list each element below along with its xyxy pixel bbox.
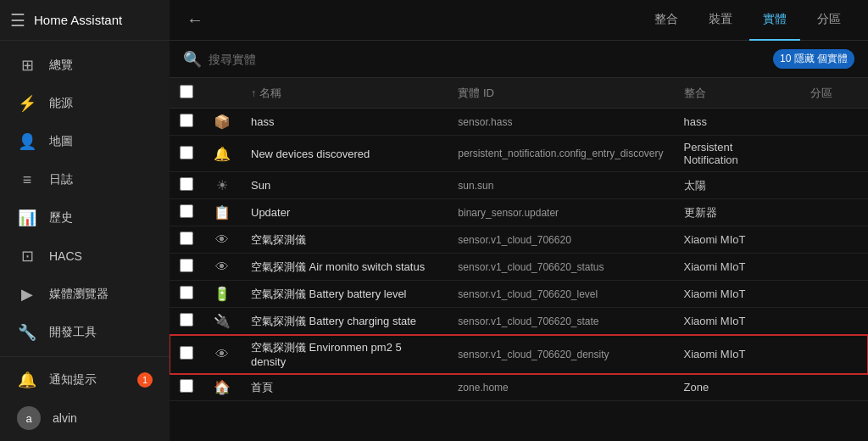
row-area (800, 308, 868, 335)
row-area (800, 374, 868, 401)
search-input[interactable] (209, 53, 766, 66)
table-row[interactable]: 🔌 空氣探測儀 Battery charging state sensor.v1… (170, 308, 868, 335)
sidebar-footer-item-user[interactable]: a alvin (3, 399, 166, 437)
row-entity-icon: 🏠 (214, 379, 231, 395)
search-icon: 🔍 (183, 50, 202, 69)
table-row[interactable]: 🏠 首頁 zone.home Zone (170, 374, 868, 401)
sidebar-item-logbook[interactable]: ≡ 日誌 (3, 161, 166, 198)
row-integration: Xiaomi MIoT (674, 308, 800, 335)
row-checkbox[interactable] (180, 286, 193, 299)
row-icon-cell: 👁 (203, 335, 241, 374)
row-checkbox[interactable] (180, 177, 193, 191)
row-name: 空氣探測儀 (241, 226, 448, 254)
row-checkbox[interactable] (180, 146, 193, 159)
row-checkbox[interactable] (180, 204, 193, 218)
main-content: ← 整合裝置實體分區 🔍 10 隱藏 個實體 ↑名稱 實體 ID (170, 0, 868, 441)
row-area (800, 226, 868, 254)
select-all-checkbox[interactable] (180, 85, 193, 98)
sidebar-icon-devtools: 🔧 (17, 323, 37, 342)
row-area (800, 172, 868, 199)
row-icon-cell: 📋 (203, 199, 241, 226)
sidebar-icon-map: 👤 (17, 132, 37, 151)
sidebar-item-history[interactable]: 📊 歷史 (3, 199, 166, 237)
row-entity-id: binary_sensor.updater (448, 199, 673, 226)
table-header: ↑名稱 實體 ID 整合 分區 (170, 78, 868, 109)
sidebar-nav: ⊞ 總覽 ⚡ 能源 👤 地圖 ≡ 日誌 📊 歷史 ⊡ HACS ▶ 媒體瀏覽器 … (0, 41, 170, 356)
sidebar-item-overview[interactable]: ⊞ 總覽 (3, 47, 166, 84)
app-title: Home Assistant (34, 13, 122, 27)
sort-icon: ↑ (251, 87, 256, 99)
row-integration: Xiaomi MIoT (674, 254, 800, 281)
table-row[interactable]: ☀ Sun sun.sun 太陽 (170, 172, 868, 199)
table-row[interactable]: 🔋 空氣探測儀 Battery battery level sensor.v1_… (170, 281, 868, 308)
row-name: 首頁 (241, 374, 448, 401)
row-entity-id: persistent_notification.config_entry_dis… (448, 136, 673, 172)
row-checkbox[interactable] (180, 346, 193, 360)
row-integration: Xiaomi MIoT (674, 335, 800, 374)
sidebar-icon-history: 📊 (17, 209, 37, 227)
header-checkbox (170, 78, 203, 109)
tab-entities[interactable]: 實體 (749, 0, 800, 41)
top-tabs: 整合裝置實體分區 (641, 0, 854, 41)
row-entity-icon: 🔋 (214, 286, 231, 302)
row-entity-id: sensor.hass (448, 109, 673, 136)
row-checkbox[interactable] (180, 379, 193, 393)
row-checkbox-cell (170, 281, 203, 308)
row-checkbox-cell (170, 374, 203, 401)
entities-table: ↑名稱 實體 ID 整合 分區 📦 hass sensor.hass hass (170, 78, 868, 401)
row-entity-icon: 📦 (214, 114, 231, 130)
sidebar-item-energy[interactable]: ⚡ 能源 (3, 85, 166, 122)
sidebar-item-hacs[interactable]: ⊡ HACS (3, 237, 166, 275)
table-row[interactable]: 🔔 New devices discovered persistent_noti… (170, 136, 868, 172)
row-entity-icon: 👁 (214, 232, 231, 248)
menu-icon[interactable]: ☰ (10, 10, 25, 31)
table-body: 📦 hass sensor.hass hass 🔔 New devices di… (170, 109, 868, 401)
row-area (800, 109, 868, 136)
sidebar-item-media[interactable]: ▶ 媒體瀏覽器 (3, 276, 166, 313)
row-icon-cell: 👁 (203, 226, 241, 254)
back-button[interactable]: ← (183, 7, 207, 33)
row-area (800, 199, 868, 226)
hidden-entities-badge: 10 隱藏 個實體 (773, 49, 854, 69)
sidebar-label-overview: 總覽 (49, 58, 73, 73)
row-icon-cell: 🔌 (203, 308, 241, 335)
row-name: 空氣探測儀 Environmen pm2 5 density (241, 335, 448, 374)
sidebar-footer-item-notifications[interactable]: 🔔 通知提示 1 (3, 361, 166, 399)
tab-devices[interactable]: 裝置 (695, 0, 746, 41)
sidebar-label-energy: 能源 (49, 96, 73, 111)
header-icon (203, 78, 241, 109)
header-name[interactable]: ↑名稱 (241, 78, 448, 109)
row-icon-cell: ☀ (203, 172, 241, 199)
row-entity-id: sensor.v1_cloud_706620_density (448, 335, 673, 374)
sidebar-item-devtools[interactable]: 🔧 開發工具 (3, 314, 166, 351)
table-row[interactable]: 👁 空氣探測儀 Environmen pm2 5 density sensor.… (170, 335, 868, 374)
table-row[interactable]: 📦 hass sensor.hass hass (170, 109, 868, 136)
row-entity-id: sensor.v1_cloud_706620 (448, 226, 673, 254)
sidebar-footer-label-notifications: 通知提示 (49, 372, 97, 388)
row-icon-cell: 🔋 (203, 281, 241, 308)
row-integration: Zone (674, 374, 800, 401)
top-nav: ← 整合裝置實體分區 (170, 0, 868, 41)
row-entity-id: sensor.v1_cloud_706620_state (448, 308, 673, 335)
row-entity-id: sensor.v1_cloud_706620_level (448, 281, 673, 308)
row-entity-icon: 🔌 (214, 313, 231, 329)
sidebar-label-history: 歷史 (49, 210, 73, 226)
sidebar-footer-icon-notifications: 🔔 (17, 371, 37, 389)
tab-areas[interactable]: 分區 (804, 0, 854, 41)
row-checkbox[interactable] (180, 232, 193, 245)
row-area (800, 335, 868, 374)
tab-integration[interactable]: 整合 (641, 0, 692, 41)
sidebar-footer-label-user: alvin (53, 411, 77, 425)
row-checkbox-cell (170, 136, 203, 172)
row-checkbox[interactable] (180, 313, 193, 327)
sidebar-icon-hacs: ⊡ (17, 247, 37, 265)
row-checkbox[interactable] (180, 114, 193, 127)
table-row[interactable]: 👁 空氣探測儀 Air monito switch status sensor.… (170, 254, 868, 281)
row-integration: Persistent Notification (674, 136, 800, 172)
row-name: 空氣探測儀 Air monito switch status (241, 254, 448, 281)
table-row[interactable]: 👁 空氣探測儀 sensor.v1_cloud_706620 Xiaomi MI… (170, 226, 868, 254)
row-checkbox-cell (170, 172, 203, 199)
sidebar-item-map[interactable]: 👤 地圖 (3, 123, 166, 160)
row-checkbox[interactable] (180, 259, 193, 272)
table-row[interactable]: 📋 Updater binary_sensor.updater 更新器 (170, 199, 868, 226)
